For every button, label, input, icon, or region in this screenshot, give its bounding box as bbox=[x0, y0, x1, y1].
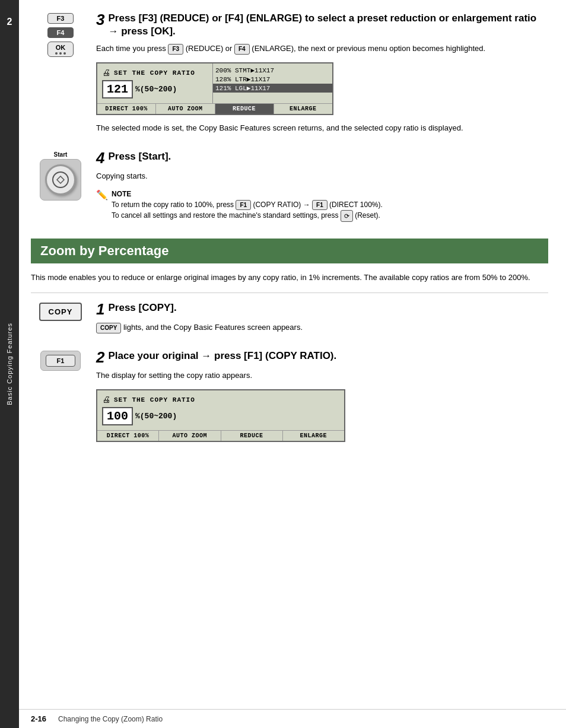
step-3-body: Each time you press F3 (REDUCE) or F4 (E… bbox=[96, 43, 548, 55]
lcd-screen-step3: 🖨 SET THE COPY RATIO 121 %(50~200) 200% … bbox=[96, 62, 333, 115]
note-line-2: To cancel all settings and restore the m… bbox=[112, 211, 380, 220]
step-4-title: Press [Start]. bbox=[108, 150, 171, 163]
lcd-percent: %(50~200) bbox=[135, 85, 177, 94]
lcd-list-item-1: 128% LTR▶11X17 bbox=[213, 75, 332, 84]
f4-key: F4 bbox=[47, 27, 74, 38]
f4-inline: F4 bbox=[234, 44, 250, 55]
step-3-row: F3 F4 OK 3 Press [F3] (REDUCE) or [F4] (… bbox=[31, 12, 548, 139]
step-3-title: Press [F3] (REDUCE) or [F4] (ENLARGE) to… bbox=[108, 12, 548, 38]
lcd-main: 121 %(50~200) bbox=[97, 79, 212, 101]
lcd-icon: 🖨 bbox=[102, 68, 110, 78]
lcd-z2-title: SET THE COPY RATIO bbox=[114, 396, 195, 403]
step-4-row: Start 4 Press [Start]. Copying sta bbox=[31, 150, 548, 228]
section-body: This mode enables you to reduce or enlar… bbox=[31, 272, 548, 284]
step-z1-body-text: lights, and the Copy Basic Features scre… bbox=[123, 323, 303, 332]
lcd-list-item-2: 121% LGL▶11X17 bbox=[213, 84, 332, 93]
footer-page-num: 2-16 bbox=[31, 714, 46, 723]
svg-marker-0 bbox=[57, 176, 64, 183]
start-inner bbox=[52, 171, 69, 188]
f1-key: F1 bbox=[46, 355, 76, 367]
step-3-heading: 3 Press [F3] (REDUCE) or [F4] (ENLARGE) … bbox=[96, 12, 548, 38]
lcd-z2-btn-enlarge: ENLARGE bbox=[283, 431, 344, 441]
step-z2-heading: 2 Place your original → press [F1] (COPY… bbox=[96, 349, 548, 365]
sidebar: 2 Basic Copying Features bbox=[0, 0, 19, 728]
sidebar-label: Basic Copying Features bbox=[6, 323, 13, 405]
lcd-z2-value: 100 bbox=[102, 407, 133, 425]
lcd-screen-step-z2: 🖨 SET THE COPY RATIO 100 %(50~200) DIREC… bbox=[96, 389, 345, 442]
step-z2-keys: F1 bbox=[31, 349, 90, 371]
footer: 2-16 Changing the Copy (Zoom) Ratio bbox=[19, 709, 566, 728]
step-z1-body: COPY lights, and the Copy Basic Features… bbox=[96, 322, 548, 334]
section-bar: Zoom by Percentage bbox=[31, 239, 548, 263]
f3-inline: F3 bbox=[168, 44, 183, 55]
lcd-buttons: DIRECT 100% AUTO ZOOM REDUCE ENLARGE bbox=[97, 103, 332, 114]
lcd-btn-direct: DIRECT 100% bbox=[97, 104, 156, 114]
note-icon: ✏️ bbox=[96, 189, 108, 201]
diamond-icon bbox=[56, 176, 65, 184]
step-3-content: 3 Press [F3] (REDUCE) or [F4] (ENLARGE) … bbox=[90, 12, 548, 139]
ok-key: OK bbox=[47, 42, 74, 57]
step-4-content: 4 Press [Start]. Copying starts. ✏️ NOTE… bbox=[90, 150, 548, 228]
footer-text: Changing the Copy (Zoom) Ratio bbox=[58, 715, 163, 723]
sidebar-number: 2 bbox=[0, 12, 19, 32]
step-3-result: The selected mode is set, the Copy Basic… bbox=[96, 122, 548, 135]
step-z2-content: 2 Place your original → press [F1] (COPY… bbox=[90, 349, 548, 449]
step-z1-title: Press [COPY]. bbox=[108, 301, 176, 314]
copy-inline: COPY bbox=[96, 323, 121, 333]
lcd-btn-reduce: REDUCE bbox=[215, 104, 274, 114]
lcd-top: 🖨 SET THE COPY RATIO bbox=[97, 66, 212, 79]
lcd-z2-icon: 🖨 bbox=[102, 395, 110, 405]
step-z1-content: 1 Press [COPY]. COPY lights, and the Cop… bbox=[90, 301, 548, 339]
step-4-keys: Start bbox=[31, 150, 90, 201]
lcd-z2-buttons: DIRECT 100% AUTO ZOOM REDUCE ENLARGE bbox=[97, 430, 344, 441]
lcd-z2-percent: %(50~200) bbox=[135, 412, 177, 421]
step-z2-body: The display for setting the copy ratio a… bbox=[96, 370, 548, 382]
step-4-num: 4 bbox=[96, 150, 104, 166]
note-label: NOTE bbox=[112, 190, 131, 198]
main-content: F3 F4 OK 3 Press [F3] (REDUCE) or [F4] (… bbox=[19, 0, 566, 484]
step-z1-row: COPY 1 Press [COPY]. COPY lights, and th… bbox=[31, 301, 548, 339]
lcd-z2-top: 🖨 SET THE COPY RATIO bbox=[97, 393, 344, 406]
f1-key-container: F1 bbox=[40, 351, 81, 371]
note-section: ✏️ NOTE To return the copy ratio to 100%… bbox=[96, 189, 548, 222]
step-z1-keys: COPY bbox=[31, 301, 90, 321]
lcd-ratio-list: 200% STMT▶11X17 128% LTR▶11X17 121% LGL▶… bbox=[213, 63, 332, 103]
copy-key: COPY bbox=[39, 303, 82, 321]
lcd-z2-btn-direct: DIRECT 100% bbox=[97, 431, 159, 441]
note-content: NOTE To return the copy ratio to 100%, p… bbox=[112, 189, 383, 222]
lcd-z2-btn-autozoom: AUTO ZOOM bbox=[159, 431, 221, 441]
f1-inline-note2: F1 bbox=[312, 200, 327, 210]
step-z1-num: 1 bbox=[96, 301, 104, 317]
lcd-title: SET THE COPY RATIO bbox=[114, 69, 195, 77]
step-z2-row: F1 2 Place your original → press [F1] (C… bbox=[31, 349, 548, 449]
start-label-text: Start bbox=[54, 151, 68, 158]
step-3-num: 3 bbox=[96, 12, 104, 27]
step-3-keys: F3 F4 OK bbox=[31, 12, 90, 57]
lcd-z2-main: 100 %(50~200) bbox=[97, 406, 344, 428]
lcd-z2-btn-reduce: REDUCE bbox=[221, 431, 283, 441]
start-button-container: Start bbox=[40, 151, 81, 201]
lcd-value: 121 bbox=[102, 80, 133, 98]
reset-icon: ⟳ bbox=[341, 210, 353, 222]
step-z2-num: 2 bbox=[96, 349, 104, 365]
lcd-btn-autozoom: AUTO ZOOM bbox=[156, 104, 215, 114]
lcd-btn-enlarge: ENLARGE bbox=[274, 104, 332, 114]
f1-inline-note: F1 bbox=[236, 200, 251, 210]
divider bbox=[31, 293, 548, 293]
step-z2-title: Place your original → press [F1] (COPY R… bbox=[108, 349, 336, 363]
note-line-1: To return the copy ratio to 100%, press … bbox=[112, 201, 383, 209]
start-circle bbox=[45, 164, 76, 195]
step-z1-heading: 1 Press [COPY]. bbox=[96, 301, 548, 317]
f3-key: F3 bbox=[47, 13, 74, 24]
step-4-body: Copying starts. bbox=[96, 170, 548, 183]
lcd-list-item-0: 200% STMT▶11X17 bbox=[213, 66, 332, 75]
step-4-heading: 4 Press [Start]. bbox=[96, 150, 548, 166]
